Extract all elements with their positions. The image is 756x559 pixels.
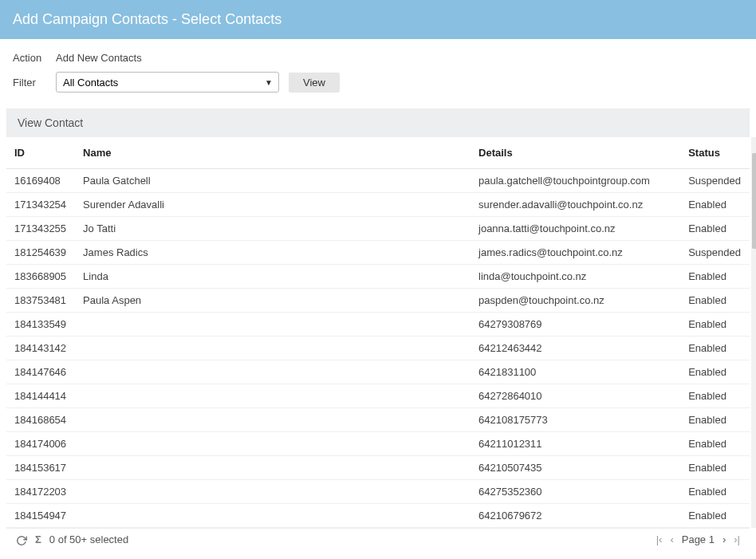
table-row[interactable]: 18413354964279308769Enabled: [6, 313, 750, 337]
prev-page-icon[interactable]: ‹: [670, 533, 673, 545]
cell-id: 184154947: [6, 504, 75, 528]
col-header-details[interactable]: Details: [471, 137, 680, 169]
selected-count-text: 0 of 50+ selected: [49, 533, 128, 545]
cell-details: 64279308769: [471, 313, 680, 337]
cell-name: Jo Tatti: [75, 217, 471, 241]
filter-select[interactable]: All Contacts: [56, 72, 279, 93]
cell-status: Enabled: [680, 384, 750, 408]
col-header-id[interactable]: ID: [6, 137, 75, 169]
cell-details: 64212463442: [471, 337, 680, 360]
cell-id: 171343255: [6, 217, 75, 241]
table-row[interactable]: 18415494764210679672Enabled: [6, 504, 750, 528]
cell-id: 183668905: [6, 265, 75, 289]
view-button[interactable]: View: [289, 73, 340, 93]
col-header-name[interactable]: Name: [75, 137, 471, 169]
next-page-icon[interactable]: ›: [723, 533, 726, 545]
dialog-buttons: Next Cancel: [0, 551, 756, 559]
table-row[interactable]: 18414441464272864010Enabled: [6, 384, 750, 408]
table-footer: Σ 0 of 50+ selected |‹ ‹ Page 1 › ›|: [6, 528, 750, 551]
table-row[interactable]: 18415361764210507435Enabled: [6, 456, 750, 480]
cell-name: [75, 360, 471, 384]
table-row[interactable]: 171343255Jo Tattijoanna.tatti@touchpoint…: [6, 217, 750, 241]
cell-details: linda@touchpoint.co.nz: [471, 265, 680, 289]
page-label: Page 1: [682, 533, 715, 545]
table-row[interactable]: 183753481Paula Aspenpaspden@touchpoint.c…: [6, 289, 750, 313]
cell-status: Enabled: [680, 337, 750, 360]
cell-details: 64210679672: [471, 504, 680, 528]
table-row[interactable]: 18417220364275352360Enabled: [6, 480, 750, 504]
table-row[interactable]: 183668905Lindalinda@touchpoint.co.nzEnab…: [6, 265, 750, 289]
last-page-icon[interactable]: ›|: [734, 533, 740, 545]
dialog-title-text: Add Campaign Contacts - Select Contacts: [13, 11, 282, 27]
cell-status: Enabled: [680, 265, 750, 289]
cell-name: Linda: [75, 265, 471, 289]
cell-id: 184133549: [6, 313, 75, 337]
cell-id: 184147646: [6, 360, 75, 384]
footer-left: Σ 0 of 50+ selected: [16, 533, 128, 546]
cell-status: Enabled: [680, 456, 750, 480]
cell-id: 184172203: [6, 480, 75, 504]
cell-status: Enabled: [680, 432, 750, 456]
cell-status: Enabled: [680, 408, 750, 432]
view-contact-header: View Contact: [6, 108, 750, 137]
contacts-table: ID Name Details Status 16169408Paula Gat…: [6, 137, 750, 528]
cell-name: [75, 432, 471, 456]
cell-status: Enabled: [680, 193, 750, 217]
col-header-status[interactable]: Status: [680, 137, 750, 169]
filter-row: Filter All Contacts ▼ View: [13, 72, 743, 93]
cell-id: 171343254: [6, 193, 75, 217]
cell-status: Enabled: [680, 313, 750, 337]
cell-status: Enabled: [680, 504, 750, 528]
table-wrapper: ID Name Details Status 16169408Paula Gat…: [6, 137, 750, 528]
footer-right: |‹ ‹ Page 1 › ›|: [656, 533, 740, 545]
cell-details: 64210507435: [471, 456, 680, 480]
cell-id: 181254639: [6, 241, 75, 265]
table-row[interactable]: 18414314264212463442Enabled: [6, 337, 750, 360]
cell-name: [75, 384, 471, 408]
first-page-icon[interactable]: |‹: [656, 533, 663, 545]
cell-id: 184153617: [6, 456, 75, 480]
cell-name: Surender Adavalli: [75, 193, 471, 217]
cell-id: 184144414: [6, 384, 75, 408]
table-header-row: ID Name Details Status: [6, 137, 750, 169]
cell-status: Enabled: [680, 360, 750, 384]
cell-details: 6421831100: [471, 360, 680, 384]
table-row[interactable]: 1841476466421831100Enabled: [6, 360, 750, 384]
cell-status: Enabled: [680, 289, 750, 313]
cell-id: 184168654: [6, 408, 75, 432]
cell-name: James Radics: [75, 241, 471, 265]
scrollbar-thumb[interactable]: [752, 153, 756, 249]
vertical-scrollbar[interactable]: [751, 137, 756, 528]
cell-name: Paula Gatchell: [75, 169, 471, 193]
cell-details: surender.adavalli@touchpoint.co.nz: [471, 193, 680, 217]
table-row[interactable]: 171343254Surender Adavallisurender.adava…: [6, 193, 750, 217]
refresh-icon[interactable]: [16, 533, 27, 546]
cell-status: Enabled: [680, 217, 750, 241]
table-row[interactable]: 181254639James Radicsjames.radics@touchp…: [6, 241, 750, 265]
cell-details: james.radics@touchpoint.co.nz: [471, 241, 680, 265]
cell-name: [75, 337, 471, 360]
cell-name: [75, 456, 471, 480]
cell-details: paspden@touchpoint.co.nz: [471, 289, 680, 313]
table-row[interactable]: 16169408Paula Gatchellpaula.gatchell@tou…: [6, 169, 750, 193]
cell-details: 64272864010: [471, 384, 680, 408]
cell-details: 64211012311: [471, 432, 680, 456]
cell-details: paula.gatchell@touchpointgroup.com: [471, 169, 680, 193]
cell-status: Enabled: [680, 480, 750, 504]
table-row[interactable]: 18417400664211012311Enabled: [6, 432, 750, 456]
add-new-contacts-link[interactable]: Add New Contacts: [56, 52, 142, 64]
cell-id: 183753481: [6, 289, 75, 313]
action-label: Action: [13, 52, 46, 64]
cell-name: [75, 313, 471, 337]
cell-id: 16169408: [6, 169, 75, 193]
table-row[interactable]: 184168654642108175773Enabled: [6, 408, 750, 432]
cell-status: Suspended: [680, 169, 750, 193]
cell-status: Suspended: [680, 241, 750, 265]
filter-select-wrapper: All Contacts ▼: [56, 72, 279, 93]
controls-area: Action Add New Contacts Filter All Conta…: [0, 39, 756, 108]
cell-name: [75, 504, 471, 528]
cell-name: [75, 480, 471, 504]
cell-name: [75, 408, 471, 432]
sigma-icon[interactable]: Σ: [35, 533, 41, 545]
cell-details: 64275352360: [471, 480, 680, 504]
